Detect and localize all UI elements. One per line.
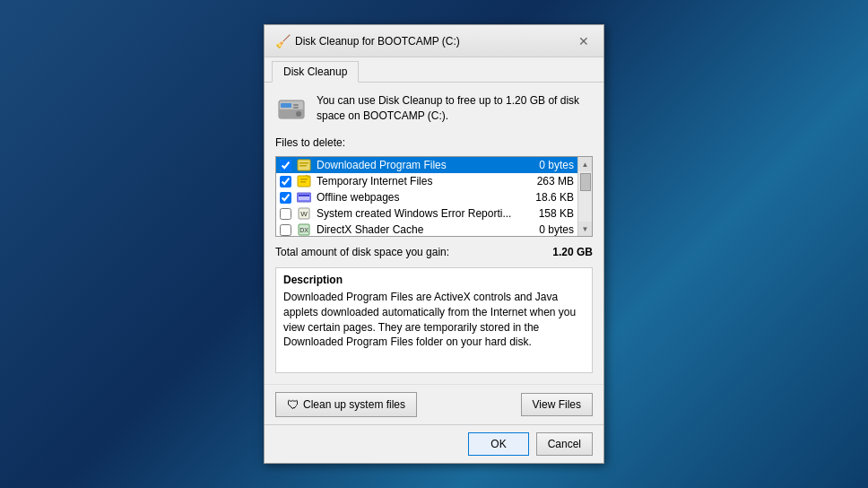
file-size-2: 18.6 KB xyxy=(525,191,574,204)
svg-rect-5 xyxy=(293,107,299,109)
scroll-thumb[interactable] xyxy=(580,173,591,191)
title-bar: 🧹 Disk Cleanup for BOOTCAMP (C:) ✕ xyxy=(265,25,603,57)
svg-rect-3 xyxy=(281,103,291,108)
shield-icon: 🛡 xyxy=(287,397,299,412)
file-name-2: Offline webpages xyxy=(317,191,519,204)
table-row[interactable]: Temporary Internet Files 263 MB xyxy=(276,173,577,189)
svg-rect-7 xyxy=(299,162,308,164)
close-button[interactable]: ✕ xyxy=(575,32,593,50)
title-bar-left: 🧹 Disk Cleanup for BOOTCAMP (C:) xyxy=(275,34,460,48)
file-checkbox-2[interactable] xyxy=(280,192,291,204)
total-label: Total amount of disk space you gain: xyxy=(275,246,449,258)
ok-cancel-row: OK Cancel xyxy=(265,424,603,463)
description-box: Description Downloaded Program Files are… xyxy=(275,267,593,373)
total-row: Total amount of disk space you gain: 1.2… xyxy=(275,244,593,260)
files-list: Downloaded Program Files 0 bytes Tempora… xyxy=(276,157,577,236)
file-size-0: 0 bytes xyxy=(525,159,574,171)
ok-button[interactable]: OK xyxy=(468,432,528,456)
view-files-button[interactable]: View Files xyxy=(521,393,593,416)
tab-bar: Disk Cleanup xyxy=(265,57,603,83)
dialog-title: Disk Cleanup for BOOTCAMP (C:) xyxy=(295,35,460,48)
file-name-1: Temporary Internet Files xyxy=(317,175,519,187)
file-icon xyxy=(297,190,311,205)
file-name-4: DirectX Shader Cache xyxy=(317,223,519,236)
disk-cleanup-tab[interactable]: Disk Cleanup xyxy=(272,61,359,83)
file-name-0: Downloaded Program Files xyxy=(317,159,519,171)
svg-text:DX: DX xyxy=(299,227,308,233)
file-size-4: 0 bytes xyxy=(525,223,574,236)
file-checkbox-1[interactable] xyxy=(280,176,291,187)
description-text: Downloaded Program Files are ActiveX con… xyxy=(283,290,585,350)
file-icon: DX xyxy=(297,222,311,236)
table-row[interactable]: Offline webpages 18.6 KB xyxy=(276,189,577,205)
info-section: You can use Disk Cleanup to free up to 1… xyxy=(275,93,593,126)
file-checkbox-3[interactable] xyxy=(280,208,291,220)
files-to-delete-label: Files to delete: xyxy=(275,136,593,149)
scroll-track[interactable] xyxy=(578,171,592,222)
svg-rect-8 xyxy=(299,165,307,167)
description-title: Description xyxy=(283,274,585,286)
svg-rect-11 xyxy=(300,181,306,183)
file-name-3: System created Windows Error Reporti... xyxy=(317,207,519,220)
disk-cleanup-icon: 🧹 xyxy=(275,34,290,48)
svg-rect-14 xyxy=(299,195,309,196)
view-files-label: View Files xyxy=(533,398,581,411)
file-icon xyxy=(297,158,311,172)
svg-point-2 xyxy=(296,111,301,117)
file-icon xyxy=(297,174,311,188)
clean-up-system-files-button[interactable]: 🛡 Clean up system files xyxy=(275,392,417,417)
file-checkbox-0[interactable] xyxy=(280,160,291,171)
action-buttons-row: 🛡 Clean up system files View Files xyxy=(265,384,603,424)
file-checkbox-4[interactable] xyxy=(280,224,291,236)
scroll-down-arrow[interactable]: ▼ xyxy=(578,222,593,236)
hard-disk-icon xyxy=(275,93,308,126)
files-list-container: Downloaded Program Files 0 bytes Tempora… xyxy=(275,156,593,237)
dialog-body: You can use Disk Cleanup to free up to 1… xyxy=(265,83,603,384)
clean-up-label: Clean up system files xyxy=(303,398,405,411)
scroll-up-arrow[interactable]: ▲ xyxy=(578,157,593,171)
info-description: You can use Disk Cleanup to free up to 1… xyxy=(317,93,593,124)
table-row[interactable]: Downloaded Program Files 0 bytes xyxy=(276,157,577,173)
scrollbar: ▲ ▼ xyxy=(577,157,592,236)
svg-text:W: W xyxy=(300,210,308,218)
svg-rect-4 xyxy=(293,104,299,106)
file-size-1: 263 MB xyxy=(525,175,574,187)
table-row[interactable]: W System created Windows Error Reporti..… xyxy=(276,205,577,222)
file-icon: W xyxy=(297,206,311,221)
total-value: 1.20 GB xyxy=(552,246,593,258)
file-size-3: 158 KB xyxy=(525,207,574,220)
disk-cleanup-dialog: 🧹 Disk Cleanup for BOOTCAMP (C:) ✕ Disk … xyxy=(264,24,604,464)
cancel-button[interactable]: Cancel xyxy=(536,432,593,456)
table-row[interactable]: DX DirectX Shader Cache 0 bytes xyxy=(276,222,577,236)
svg-rect-10 xyxy=(300,179,308,180)
